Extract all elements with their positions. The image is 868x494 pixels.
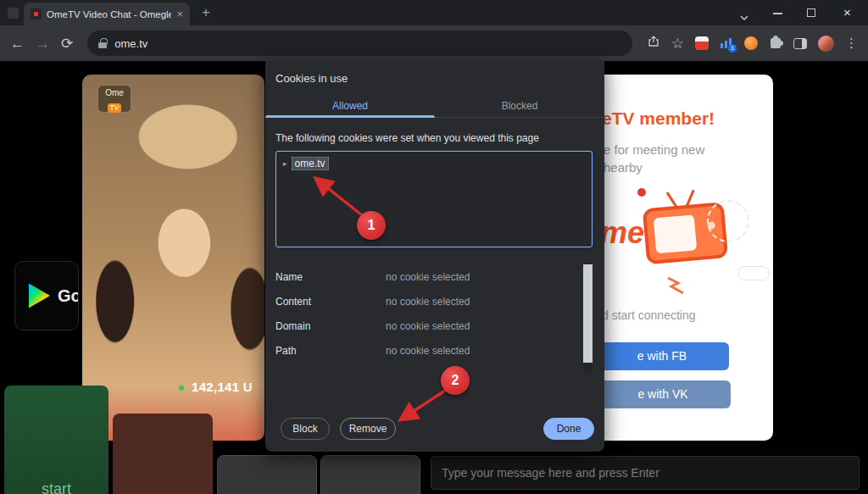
address-bar[interactable]: ome.tv	[87, 31, 632, 56]
promo-text-line1: e for meeting new	[604, 142, 704, 157]
field-value: no cookie selected	[386, 345, 470, 357]
remove-button[interactable]: Remove	[340, 418, 396, 440]
sidebar-icon[interactable]	[793, 38, 807, 49]
tab-blocked[interactable]: Blocked	[435, 95, 604, 117]
tab-favicon	[31, 8, 42, 19]
stats-extension-icon[interactable]: 1	[720, 36, 733, 50]
promo-heading: eTV member!	[602, 108, 715, 129]
share-icon[interactable]	[647, 35, 660, 52]
cookie-tree[interactable]: ▸ ome.tv	[275, 151, 593, 247]
promo-logo-text: me	[600, 215, 644, 251]
doodle-zigzag	[666, 276, 688, 298]
field-label: Name	[275, 271, 386, 283]
doodle-dashed-circle	[707, 200, 749, 242]
dialog-description: The following cookies were set when you …	[275, 132, 539, 144]
extension-badge: 1	[728, 44, 737, 53]
chat-message-input[interactable]	[431, 456, 860, 490]
browser-toolbar: ← → ⟳ ome.tv ☆ 1 ⋮	[0, 25, 868, 61]
ometv-logo-text: Ome	[98, 87, 131, 98]
scrollbar-thumb[interactable]	[583, 264, 593, 363]
block-button[interactable]: Block	[281, 418, 330, 440]
page-button-1[interactable]	[217, 455, 317, 494]
profile-avatar[interactable]	[818, 36, 834, 52]
start-button[interactable]: start	[4, 386, 108, 494]
field-row-content: Content no cookie selected	[275, 289, 577, 314]
promo-card: eTV member! e for meeting new hearby me …	[595, 75, 773, 441]
field-label: Path	[275, 345, 386, 357]
new-tab-button[interactable]: +	[202, 4, 210, 21]
field-value: no cookie selected	[386, 271, 470, 283]
tab-title: OmeTV Video Chat - Omegle Ra	[47, 9, 171, 19]
adblock-extension-icon[interactable]	[695, 36, 709, 50]
field-row-name: Name no cookie selected	[275, 264, 577, 289]
done-button[interactable]: Done	[543, 418, 594, 440]
reload-icon[interactable]: ⟳	[61, 36, 73, 51]
dialog-tabs: Allowed Blocked	[265, 95, 604, 118]
minimize-button[interactable]	[773, 13, 782, 14]
field-value: no cookie selected	[386, 320, 470, 332]
back-icon[interactable]: ←	[10, 36, 25, 51]
menu-kebab-icon[interactable]: ⋮	[845, 36, 858, 51]
promo-text-line2: hearby	[604, 160, 643, 175]
fox-extension-icon[interactable]	[744, 36, 758, 50]
title-bar: OmeTV Video Chat - Omegle Ra × + ×	[0, 0, 868, 25]
lock-icon[interactable]	[98, 42, 107, 48]
doodle-cloud	[737, 266, 770, 280]
forward-icon[interactable]: →	[36, 36, 50, 51]
stop-button[interactable]: stop	[113, 414, 213, 494]
url-text: ome.tv	[114, 37, 147, 50]
google-play-icon	[29, 284, 50, 308]
ometv-logo-badge: TV	[108, 103, 122, 113]
dialog-scrollbar[interactable]	[583, 263, 593, 373]
field-value: no cookie selected	[386, 296, 470, 308]
google-play-badge[interactable]: Go	[14, 261, 79, 330]
google-play-text: Go	[58, 286, 79, 306]
maximize-button[interactable]	[807, 8, 815, 17]
field-row-domain: Domain no cookie selected	[275, 314, 577, 338]
online-dot-icon: ●	[177, 380, 185, 393]
page-button-2[interactable]	[320, 455, 420, 494]
continue-with-fb-button[interactable]: e with FB	[595, 342, 729, 370]
cookie-detail-fields: Name no cookie selected Content no cooki…	[275, 264, 577, 363]
bookmark-star-icon[interactable]: ☆	[671, 36, 684, 51]
browser-tab[interactable]: OmeTV Video Chat - Omegle Ra ×	[24, 3, 190, 25]
online-counter: ● 142,141 U	[177, 380, 253, 394]
field-row-path: Path no cookie selected	[275, 338, 577, 363]
dialog-title: Cookies in use	[275, 72, 348, 85]
field-label: Domain	[275, 320, 386, 332]
annotation-step-2: 2	[441, 366, 470, 395]
start-button-label: start	[42, 480, 71, 494]
tab-close-icon[interactable]: ×	[176, 8, 183, 19]
window-icon	[8, 8, 19, 19]
online-count-text: 142,141 U	[192, 380, 253, 394]
tab-allowed[interactable]: Allowed	[265, 95, 435, 117]
annotation-step-1: 1	[357, 211, 386, 240]
cookies-dialog: Cookies in use Allowed Blocked The follo…	[265, 61, 604, 452]
chevron-down-icon[interactable]	[739, 9, 749, 25]
field-label: Content	[275, 296, 386, 308]
extensions-puzzle-icon[interactable]	[771, 38, 781, 48]
promo-text-line3: d start connecting	[602, 308, 696, 322]
window-close-button[interactable]: ×	[843, 5, 851, 19]
browser-window: OmeTV Video Chat - Omegle Ra × + × ← → ⟳…	[0, 0, 868, 494]
continue-with-vk-button[interactable]: e with VK	[595, 380, 731, 408]
video-preview: Ome TV ● 142,141 U	[82, 75, 264, 441]
tree-expand-icon[interactable]: ▸	[283, 159, 287, 168]
cookie-tree-item[interactable]: ▸ ome.tv	[283, 157, 585, 170]
cookie-site-label[interactable]: ome.tv	[292, 157, 329, 170]
ometv-logo: Ome TV	[97, 85, 131, 113]
